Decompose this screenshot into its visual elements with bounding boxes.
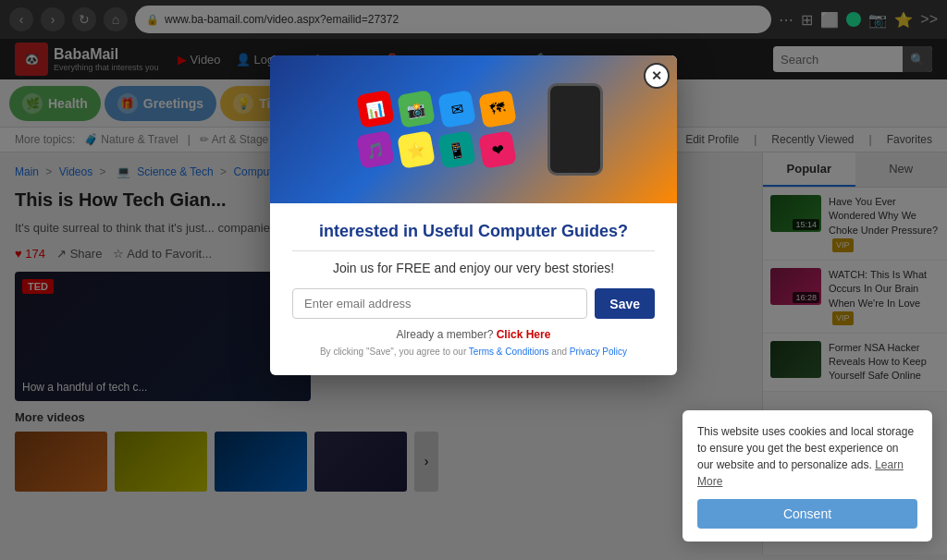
popup-phone <box>547 83 603 176</box>
popup-close-button[interactable]: ✕ <box>644 63 670 89</box>
app-icon-4: 🗺 <box>478 90 517 128</box>
app-icon-6: ⭐ <box>397 130 436 169</box>
popup-email-input[interactable] <box>292 288 587 319</box>
app-icon-5: 🎵 <box>356 130 395 169</box>
app-icon-1: 📊 <box>356 90 395 128</box>
popup-body: interested in Useful Computer Guides? Jo… <box>270 203 677 375</box>
popup-member-text: Already a member? Click Here <box>292 328 655 341</box>
and-text: and <box>551 347 567 357</box>
popup-app-icons: 📊 📸 ✉ 🗺 🎵 ⭐ 📱 ❤ <box>344 92 529 166</box>
app-icon-2: 📸 <box>397 90 436 128</box>
popup-subtitle: Join us for FREE and enjoy our very best… <box>292 261 655 275</box>
popup-image: 📊 📸 ✉ 🗺 🎵 ⭐ 📱 ❤ <box>270 55 677 203</box>
terms-link[interactable]: Terms & Conditions <box>469 347 549 357</box>
popup-modal: ✕ 📊 📸 ✉ 🗺 🎵 ⭐ 📱 ❤ interested in Useful C… <box>270 55 677 375</box>
terms-prefix: By clicking "Save", you agree to our <box>320 347 466 357</box>
app-icon-7: 📱 <box>437 130 476 169</box>
already-member-text: Already a member? <box>397 328 494 341</box>
popup-form: Save <box>292 288 655 319</box>
click-here-link[interactable]: Click Here <box>497 328 551 341</box>
app-icon-3: ✉ <box>437 90 476 128</box>
consent-button[interactable]: Consent <box>697 499 917 529</box>
privacy-link[interactable]: Privacy Policy <box>570 347 627 357</box>
popup-terms: By clicking "Save", you agree to our Ter… <box>292 347 655 357</box>
cookie-text: This website uses cookies and local stor… <box>697 423 917 490</box>
cookie-consent-banner: This website uses cookies and local stor… <box>683 410 932 542</box>
popup-save-button[interactable]: Save <box>595 288 655 319</box>
popup-title: interested in Useful Computer Guides? <box>292 222 655 251</box>
app-icon-8: ❤ <box>478 130 517 169</box>
